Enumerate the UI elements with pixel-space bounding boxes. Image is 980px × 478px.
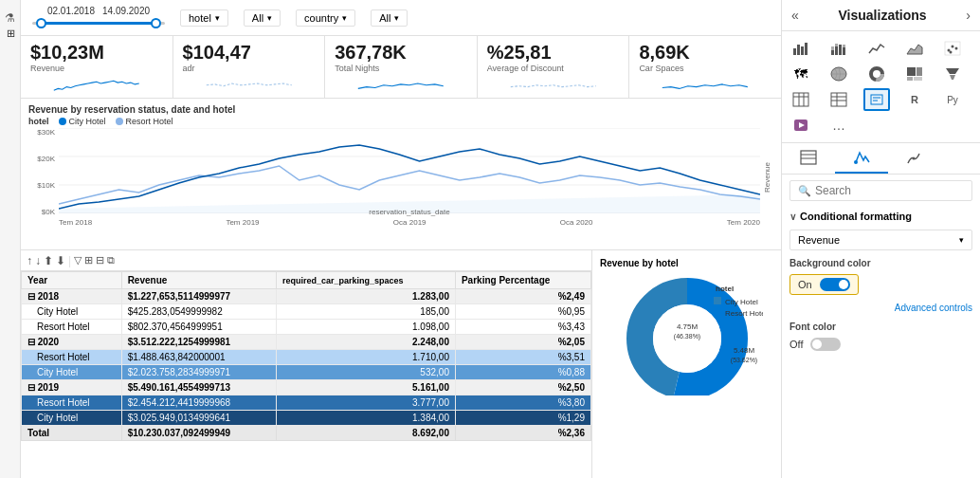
search-container[interactable]: 🔍 — [789, 180, 972, 201]
toolbar-collapse[interactable]: ⊟ — [96, 254, 104, 267]
toolbar-move-up[interactable]: ⬆ — [44, 254, 53, 267]
viz-table[interactable] — [788, 88, 814, 111]
off-toggle-container[interactable]: Off — [789, 338, 841, 351]
sparkline-discount — [487, 75, 620, 92]
toggle-off-label: Off — [789, 339, 803, 350]
svg-rect-13 — [714, 297, 721, 304]
toggle-track-on[interactable] — [820, 278, 850, 291]
viz-power-apps[interactable] — [788, 114, 814, 137]
table-row: ⊟ 2019 $5.490.161,4554999713 5.161,00 %2… — [22, 380, 591, 395]
viz-line-chart[interactable] — [863, 37, 890, 60]
y-axis: $30K $20K $10K $0K — [28, 128, 59, 228]
table-row: City Hotel $3.025.949,0134999641 1.384,0… — [22, 411, 591, 426]
font-toggle-row: Off — [782, 334, 980, 355]
viz-card[interactable] — [863, 88, 890, 111]
svg-rect-17 — [793, 48, 796, 55]
toolbar-move-down[interactable]: ⬇ — [56, 254, 65, 267]
svg-rect-15 — [714, 308, 721, 316]
toggle-thumb-off — [812, 340, 822, 349]
font-color-label: Font color — [782, 318, 980, 334]
viz-scatter[interactable] — [939, 37, 966, 60]
cf-dropdown-value: Revenue — [798, 234, 840, 246]
svg-rect-41 — [914, 77, 922, 81]
tab-icons-row — [782, 143, 980, 175]
collapse-left-btn[interactable]: « — [791, 8, 799, 23]
kpi-nights: 367,78K Total Nights — [325, 36, 478, 98]
right-panel: « Visualizations › — [781, 0, 980, 478]
toggle-track-off[interactable] — [810, 338, 841, 351]
kpi-value-adr: $104,47 — [183, 42, 316, 64]
viz-bar-chart[interactable] — [788, 37, 814, 60]
kpi-discount: %25,81 Average of Discount — [478, 36, 630, 98]
kpi-value-carspaces: 8,69K — [639, 42, 771, 64]
toggle-on-label: On — [798, 279, 812, 290]
sparkline-carspaces — [639, 75, 771, 92]
toolbar-expand[interactable]: ⊞ — [84, 254, 93, 267]
kpi-label-discount: Average of Discount — [487, 64, 620, 73]
viz-filled-map[interactable] — [826, 63, 852, 85]
svg-text:hotel: hotel — [716, 285, 734, 293]
svg-rect-40 — [907, 77, 913, 81]
table-row: City Hotel $2.023.758,2834999971 532,00 … — [22, 365, 591, 380]
cf-section-header[interactable]: ∨ Conditional formatting — [782, 207, 980, 226]
bg-toggle-row: On — [782, 270, 980, 299]
svg-rect-48 — [831, 93, 846, 106]
col-year: Year — [22, 272, 122, 289]
kpi-revenue: $10,23M Revenue — [21, 36, 173, 98]
panel-title: Visualizations — [839, 8, 927, 23]
table-container[interactable]: Year Revenue required_car_parking_spaces… — [21, 271, 591, 478]
toolbar-filter[interactable]: ▽ — [74, 254, 82, 267]
svg-rect-38 — [907, 67, 916, 76]
svg-rect-21 — [831, 50, 834, 55]
expand-right-btn[interactable]: › — [966, 8, 971, 23]
svg-text:5.48M: 5.48M — [733, 346, 754, 355]
chart-legend: hotel City Hotel Resort Hotel — [28, 117, 773, 126]
svg-rect-18 — [797, 45, 800, 55]
toolbar-copy[interactable]: ⧉ — [107, 254, 115, 267]
toggle-thumb-on — [839, 280, 848, 289]
kpi-adr: $104,47 adr — [173, 36, 326, 98]
hotel-filter[interactable]: hotel ▾ — [180, 9, 228, 27]
svg-rect-19 — [801, 46, 804, 55]
filter-icon: ⚗ — [5, 11, 15, 25]
viz-matrix[interactable] — [826, 88, 852, 111]
svg-rect-27 — [843, 45, 845, 47]
tab-analytics[interactable] — [888, 143, 941, 174]
advanced-controls-link[interactable]: Advanced controls — [895, 303, 972, 313]
cf-dropdown[interactable]: Revenue ▾ — [789, 230, 972, 250]
svg-text:(53.62%): (53.62%) — [730, 357, 756, 364]
kpi-label-adr: adr — [183, 64, 316, 73]
table-row: Resort Hotel $1.488.463,842000001 1.710,… — [22, 350, 591, 365]
toolbar-sort-asc[interactable]: ↑ — [27, 254, 32, 267]
col-pct: Parking Percentage — [455, 272, 590, 289]
table-toolbar: ↑ ↓ ⬆ ⬇ | ▽ ⊞ ⊟ ⧉ — [21, 250, 591, 271]
svg-point-61 — [913, 157, 916, 160]
tab-format[interactable] — [835, 143, 888, 174]
viz-donut[interactable] — [863, 63, 890, 85]
viz-funnel[interactable] — [939, 63, 966, 85]
viz-more[interactable]: … — [826, 114, 852, 137]
sparkline-adr — [183, 75, 316, 92]
toolbar-sort-desc[interactable]: ↓ — [35, 254, 41, 267]
all-filter-2[interactable]: All ▾ — [371, 9, 408, 27]
date-end: 14.09.2020 — [102, 6, 150, 16]
svg-point-33 — [950, 51, 953, 54]
line-chart-title: Revenue by reservation status, date and … — [28, 104, 773, 115]
country-filter[interactable]: country ▾ — [296, 9, 355, 27]
viz-r-script[interactable]: R — [901, 88, 928, 111]
svg-rect-23 — [835, 46, 838, 55]
svg-rect-39 — [916, 67, 922, 76]
viz-treemap[interactable] — [901, 63, 928, 85]
svg-text:4.75M: 4.75M — [676, 322, 698, 331]
viz-area-chart[interactable] — [901, 37, 928, 60]
svg-text:(46.38%): (46.38%) — [673, 333, 699, 340]
viz-map[interactable]: 🗺 — [788, 63, 814, 85]
toggle-container[interactable]: On — [789, 274, 859, 295]
viz-python[interactable]: Py — [939, 88, 966, 111]
all-filter-1[interactable]: All ▾ — [244, 9, 281, 27]
search-input[interactable] — [815, 184, 964, 197]
tab-fields[interactable] — [782, 143, 835, 174]
filter-bar: 02.01.2018 14.09.2020 hotel ▾ All ▾ — [21, 0, 781, 36]
viz-stacked-bar[interactable] — [826, 37, 852, 60]
filters-sidebar[interactable]: ⚗ ⊞ — [0, 0, 21, 478]
